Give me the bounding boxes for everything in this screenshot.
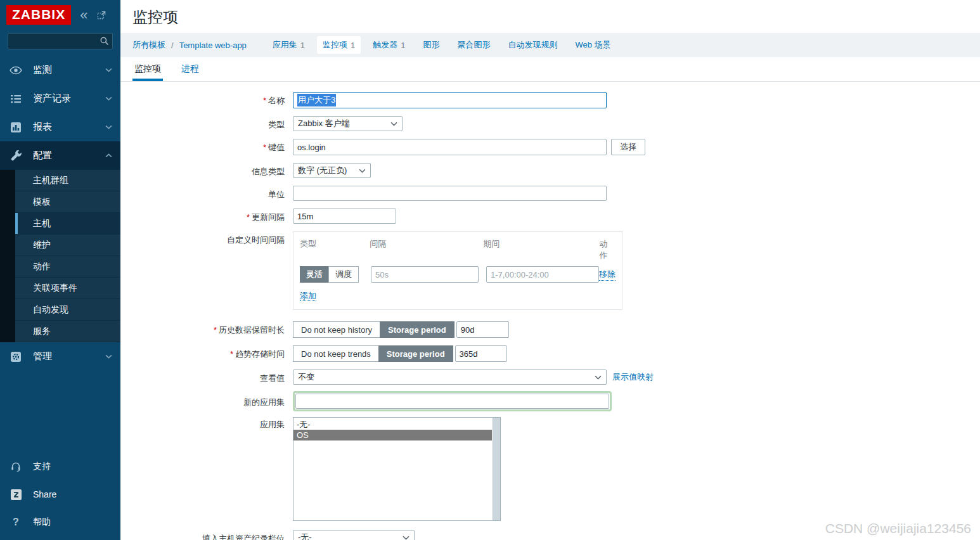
new-application-label: 新的应用集 — [120, 391, 293, 408]
history-period-input[interactable] — [456, 321, 509, 338]
submenu-item-hosts[interactable]: 主机 — [15, 213, 120, 235]
sidebar-item-configuration[interactable]: 配置 — [0, 141, 120, 170]
applications-option-none[interactable]: -无- — [293, 419, 492, 430]
sidebar-spacer — [0, 371, 120, 453]
applications-listbox[interactable]: -无- OS — [293, 417, 501, 521]
populate-host-field-select[interactable]: -无- — [293, 530, 415, 540]
gear-icon — [10, 350, 22, 363]
label-text: 类型 — [268, 120, 285, 129]
nav-web-scenarios[interactable]: Web 场景 — [570, 36, 617, 54]
sidebar-item-share[interactable]: Share — [0, 480, 120, 508]
update-interval-input[interactable] — [293, 209, 396, 224]
do-not-keep-history-toggle[interactable]: Do not keep history — [293, 321, 380, 338]
scheduling-toggle[interactable]: 调度 — [328, 266, 359, 283]
type-select[interactable]: Zabbix 客户端 — [293, 116, 403, 131]
sidebar-item-reports[interactable]: 报表 — [0, 113, 120, 141]
submenu-item-discovery[interactable]: 自动发现 — [15, 299, 120, 321]
submenu-item-host-groups[interactable]: 主机群组 — [15, 170, 120, 191]
applications-option-os[interactable]: OS — [293, 430, 492, 440]
key-input[interactable] — [293, 139, 607, 155]
chevron-down-icon — [105, 96, 112, 101]
tab-item[interactable]: 监控项 — [132, 57, 163, 81]
label-text: 填入主机资产纪录栏位 — [202, 534, 285, 540]
units-input[interactable] — [293, 186, 607, 201]
sidebar-item-administration[interactable]: 管理 — [0, 342, 120, 371]
nav-screens[interactable]: 聚合图形 — [452, 36, 496, 54]
sidebar-item-monitoring[interactable]: 监测 — [0, 56, 120, 84]
listbox-scrollbar[interactable] — [493, 418, 500, 520]
nav-discovery-rules[interactable]: 自动发现规则 — [503, 36, 564, 54]
collapse-sidebar-icon[interactable]: « — [80, 11, 87, 20]
label-text: 自定义时间间隔 — [227, 235, 285, 245]
interval-input[interactable] — [371, 266, 479, 283]
populate-host-field-value: -无- — [298, 532, 312, 540]
nav-label: 监控项 — [323, 39, 347, 51]
submenu-item-actions[interactable]: 动作 — [15, 256, 120, 278]
trends-row: *趋势存储时间 Do not keep trends Storage perio… — [120, 345, 980, 362]
nav-label: 自动发现规则 — [508, 39, 558, 51]
submenu-item-event-correlation[interactable]: 关联项事件 — [15, 278, 120, 299]
info-type-select-value: 数字 (无正负) — [298, 165, 347, 176]
name-input[interactable]: 用户大于3 — [293, 92, 607, 108]
breadcrumb-template-web-app[interactable]: Template web-app — [179, 41, 247, 50]
flexible-toggle[interactable]: 灵活 — [300, 266, 329, 283]
zabbix-logo[interactable]: ZABBIX — [6, 5, 71, 25]
remove-interval-link[interactable]: 移除 — [599, 269, 616, 281]
column-header-period: 期间 — [483, 238, 599, 261]
nav-applications[interactable]: 应用集 1 — [267, 36, 311, 54]
label-text: 信息类型 — [252, 167, 285, 176]
submenu-label: 模板 — [33, 196, 51, 208]
nav-graphs[interactable]: 图形 — [418, 36, 446, 54]
tab-preprocessing[interactable]: 进程 — [179, 57, 201, 81]
sidebar-bottom: 支持 Share ? 帮助 — [0, 453, 120, 540]
sidebar-item-label: Share — [33, 489, 56, 499]
sidebar-item-label: 资产记录 — [33, 93, 71, 105]
add-interval-link[interactable]: 添加 — [300, 291, 316, 301]
name-input-selected-text: 用户大于3 — [297, 94, 336, 106]
required-mark: * — [214, 325, 217, 335]
column-header-type: 类型 — [300, 238, 370, 261]
zabbix-share-icon — [10, 488, 22, 501]
label-text: 应用集 — [260, 420, 285, 429]
period-input[interactable] — [486, 266, 599, 283]
update-interval-row: *更新间隔 — [120, 209, 980, 224]
submenu-item-services[interactable]: 服务 — [15, 321, 120, 342]
nav-count: 1 — [401, 41, 405, 50]
do-not-keep-trends-toggle[interactable]: Do not keep trends — [293, 345, 379, 362]
history-storage-period-toggle[interactable]: Storage period — [380, 321, 455, 338]
sidebar-item-inventory[interactable]: 资产记录 — [0, 84, 120, 113]
trends-period-input[interactable] — [455, 345, 507, 362]
list-icon — [10, 93, 22, 105]
name-row: *名称 用户大于3 — [120, 92, 980, 108]
sidebar-item-help[interactable]: ? 帮助 — [0, 508, 120, 536]
info-type-select[interactable]: 数字 (无正负) — [293, 163, 371, 178]
breadcrumb-bar: 所有模板 / Template web-app 应用集 1 监控项 1 触发器 … — [120, 33, 980, 57]
label-text: 名称 — [268, 96, 285, 105]
trends-storage-period-toggle[interactable]: Storage period — [378, 345, 453, 362]
submenu-item-maintenance[interactable]: 维护 — [15, 235, 120, 256]
show-value-mappings-link[interactable]: 展示值映射 — [612, 371, 654, 383]
applications-row: 应用集 -无- OS — [120, 417, 980, 521]
nav-items[interactable]: 监控项 1 — [317, 36, 361, 54]
show-value-select[interactable]: 不变 — [293, 370, 607, 385]
nav-label: Web 场景 — [576, 39, 611, 51]
search-input[interactable] — [8, 33, 113, 49]
type-row: 类型 Zabbix 客户端 — [120, 116, 980, 131]
breadcrumb-all-templates[interactable]: 所有模板 — [132, 39, 165, 51]
key-select-button[interactable]: 选择 — [611, 139, 645, 155]
chevron-down-icon — [595, 375, 602, 380]
search-icon[interactable] — [100, 36, 109, 48]
update-interval-label: *更新间隔 — [120, 209, 293, 223]
new-application-input[interactable] — [295, 394, 609, 409]
sidebar-item-label: 支持 — [33, 461, 51, 472]
applications-label: 应用集 — [120, 417, 293, 430]
submenu-item-templates[interactable]: 模板 — [15, 191, 120, 213]
sidebar-item-support[interactable]: 支持 — [0, 453, 120, 480]
custom-intervals-label: 自定义时间间隔 — [120, 231, 293, 246]
sidebar-item-label: 监测 — [33, 64, 52, 76]
popout-icon[interactable] — [96, 10, 106, 20]
nav-triggers[interactable]: 触发器 1 — [367, 36, 411, 54]
submenu-label: 维护 — [33, 240, 51, 251]
label-text: 更新间隔 — [252, 212, 285, 222]
nav-label: 聚合图形 — [458, 39, 491, 51]
